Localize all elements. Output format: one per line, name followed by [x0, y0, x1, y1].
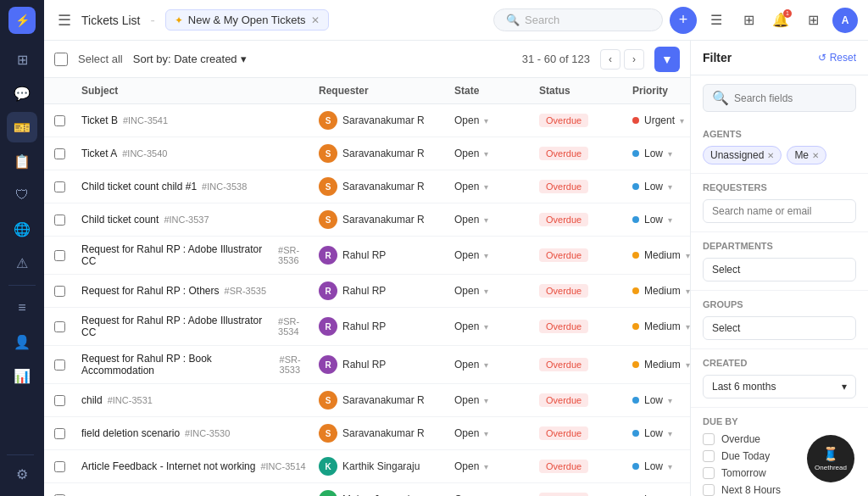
row-priority-cell[interactable]: Medium ▾: [632, 249, 690, 261]
prev-page-button[interactable]: ‹: [600, 49, 620, 70]
tomorrow-checkbox[interactable]: [703, 467, 715, 479]
row-state-cell[interactable]: Open ▾: [454, 320, 539, 332]
row-checkbox[interactable]: [54, 428, 65, 439]
sidebar-item-tickets[interactable]: 🎫: [7, 112, 37, 142]
row-priority-cell[interactable]: Low ▾: [632, 148, 690, 159]
row-checkbox[interactable]: [54, 115, 65, 126]
row-checkbox[interactable]: [54, 286, 65, 297]
groups-select[interactable]: Select: [703, 316, 856, 340]
sidebar-item-settings[interactable]: ⚙: [7, 459, 37, 489]
priority-chevron-icon: ▾: [686, 322, 690, 332]
table-row[interactable]: Ticket B #INC-3541 S Saravanakumar R Ope…: [44, 104, 690, 137]
row-status-cell: Overdue: [539, 320, 632, 333]
row-priority-cell[interactable]: Low ▾: [632, 394, 690, 406]
requesters-search-input[interactable]: [703, 199, 856, 223]
remove-unassigned-icon[interactable]: ✕: [767, 151, 774, 160]
notification-button[interactable]: 🔔 1: [768, 8, 793, 33]
sidebar-item-contacts[interactable]: 👤: [7, 326, 37, 357]
sidebar-item-home[interactable]: ⊞: [7, 44, 37, 75]
user-avatar[interactable]: A: [832, 8, 858, 33]
table-row[interactable]: #INC-3512 M Meher Jammula Open ▾ Overdue…: [44, 483, 690, 496]
onethread-badge[interactable]: 🧵 Onethread: [807, 435, 854, 482]
table-row[interactable]: Child ticket count child #1 #INC-3538 S …: [44, 170, 690, 203]
due-by-next8[interactable]: Next 8 Hours: [703, 484, 856, 496]
filter-search-box[interactable]: 🔍: [703, 84, 856, 112]
table-row[interactable]: Request for Rahul RP : Book Accommodatio…: [44, 346, 690, 384]
apps-button[interactable]: ⊞: [800, 8, 826, 33]
row-state-cell[interactable]: Open ▾: [454, 114, 539, 126]
row-state-cell[interactable]: Open ▾: [454, 427, 539, 439]
row-state-cell[interactable]: Open ▾: [454, 394, 539, 406]
departments-select[interactable]: Select: [703, 258, 856, 281]
sidebar-item-chat[interactable]: 💬: [7, 78, 37, 109]
row-subject-cell: Request for Rahul RP : Adobe Illustrator…: [81, 243, 319, 267]
next8-checkbox[interactable]: [703, 484, 715, 496]
state-value: Open: [454, 114, 479, 126]
select-all-checkbox[interactable]: [54, 53, 68, 66]
row-priority-cell[interactable]: Medium ▾: [632, 285, 690, 297]
row-state-cell[interactable]: Open ▾: [454, 285, 539, 297]
priority-value: Medium: [644, 249, 681, 261]
row-checkbox[interactable]: [54, 215, 65, 226]
due-today-checkbox[interactable]: [703, 450, 715, 462]
next-page-button[interactable]: ›: [624, 49, 644, 70]
row-status-cell: Overdue: [539, 493, 632, 496]
sort-button[interactable]: Sort by: Date created ▾: [133, 53, 247, 65]
app-logo[interactable]: ⚡: [8, 7, 36, 34]
row-checkbox[interactable]: [54, 148, 65, 159]
row-priority-cell[interactable]: Urgent ▾: [632, 114, 690, 126]
row-state-cell[interactable]: Open ▾: [454, 460, 539, 472]
overdue-checkbox[interactable]: [703, 433, 715, 445]
remove-me-icon[interactable]: ✕: [812, 151, 819, 160]
row-state-cell[interactable]: Open ▾: [454, 148, 539, 159]
filter-toggle-button[interactable]: ▼: [654, 47, 680, 72]
row-priority-cell[interactable]: Low ▾: [632, 214, 690, 226]
row-priority-cell[interactable]: Low ▾: [632, 460, 690, 472]
row-checkbox[interactable]: [54, 461, 65, 472]
tab-close-button[interactable]: ✕: [311, 14, 320, 26]
created-dropdown[interactable]: Last 6 months ▾: [703, 375, 856, 398]
table-row[interactable]: Request for Rahul RP : Adobe Illustrator…: [44, 237, 690, 275]
row-checkbox[interactable]: [54, 395, 65, 406]
table-row[interactable]: Ticket A #INC-3540 S Saravanakumar R Ope…: [44, 137, 690, 170]
sidebar-item-shield[interactable]: 🛡: [7, 180, 37, 210]
table-row[interactable]: field deletion scenario #INC-3530 S Sara…: [44, 417, 690, 450]
list-view-button[interactable]: ☰: [704, 8, 729, 33]
status-badge: Overdue: [539, 358, 588, 371]
row-checkbox[interactable]: [54, 359, 65, 371]
row-checkbox[interactable]: [54, 321, 65, 332]
row-priority-cell[interactable]: Medium ▾: [632, 320, 690, 332]
row-state-cell[interactable]: Open ▾: [454, 249, 539, 261]
table-row[interactable]: Request for Rahul RP : Adobe Illustrator…: [44, 308, 690, 346]
filter-search-input[interactable]: [734, 92, 847, 104]
hamburger-button[interactable]: ☰: [54, 8, 75, 33]
sidebar-item-reports[interactable]: 📊: [7, 360, 37, 391]
grid-view-button[interactable]: ⊞: [736, 8, 761, 33]
row-priority-cell[interactable]: Low ▾: [632, 427, 690, 439]
requester-avatar: S: [319, 144, 337, 163]
table-row[interactable]: child #INC-3531 S Saravanakumar R Open ▾…: [44, 384, 690, 417]
row-state-cell[interactable]: Open ▾: [454, 359, 539, 371]
reset-filter-button[interactable]: ↺ Reset: [818, 52, 856, 64]
agent-tag-me[interactable]: Me ✕: [787, 146, 826, 164]
state-value: Open: [454, 359, 479, 371]
active-tab[interactable]: ✦ New & My Open Tickets ✕: [165, 9, 329, 31]
main-area: ☰ Tickets List - ✦ New & My Open Tickets…: [44, 0, 868, 496]
add-button[interactable]: +: [670, 7, 697, 34]
row-priority-cell[interactable]: Low ▾: [632, 181, 690, 192]
sidebar-item-alert[interactable]: ⚠: [7, 248, 37, 278]
global-search[interactable]: 🔍 Search: [493, 8, 663, 31]
sidebar-item-list[interactable]: ≡: [7, 293, 37, 323]
sidebar-item-globe[interactable]: 🌐: [7, 214, 37, 244]
table-row[interactable]: Child ticket count #INC-3537 S Saravanak…: [44, 203, 690, 237]
priority-chevron-icon: ▾: [668, 182, 672, 192]
row-priority-cell[interactable]: Medium ▾: [632, 359, 690, 371]
row-state-cell[interactable]: Open ▾: [454, 214, 539, 226]
sidebar-item-projects[interactable]: 📋: [7, 146, 37, 176]
row-checkbox[interactable]: [54, 250, 65, 261]
table-row[interactable]: Article Feedback - Internet not working …: [44, 450, 690, 483]
agent-tag-unassigned[interactable]: Unassigned ✕: [703, 146, 782, 164]
row-checkbox[interactable]: [54, 181, 65, 192]
row-state-cell[interactable]: Open ▾: [454, 181, 539, 192]
table-row[interactable]: Request for Rahul RP : Others #SR-3535 R…: [44, 275, 690, 308]
